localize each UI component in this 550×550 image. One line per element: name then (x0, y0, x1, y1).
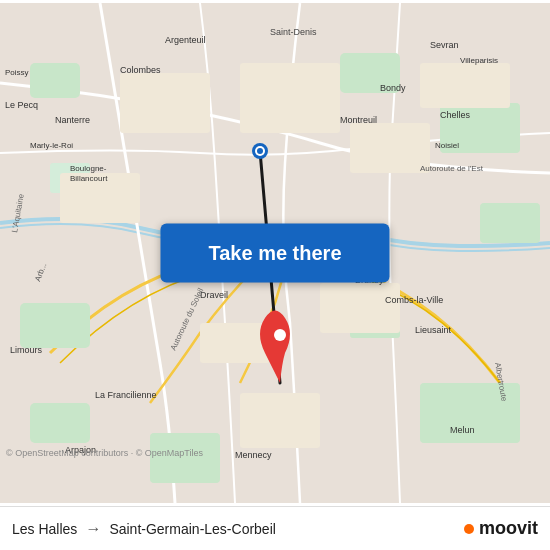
svg-text:Villeparisis: Villeparisis (460, 56, 498, 65)
take-me-there-button[interactable]: Take me there (160, 224, 389, 283)
logo-dot-icon (464, 524, 474, 534)
svg-text:Sevran: Sevran (430, 40, 459, 50)
logo-text: moovit (479, 518, 538, 539)
svg-text:Limours: Limours (10, 345, 43, 355)
svg-rect-11 (120, 73, 210, 133)
svg-rect-5 (480, 203, 540, 243)
svg-text:Le Pecq: Le Pecq (5, 100, 38, 110)
svg-text:Mennecy: Mennecy (235, 450, 272, 460)
svg-text:Melun: Melun (450, 425, 475, 435)
app: Argenteuil Colombes Saint-Denis Sevran V… (0, 0, 550, 550)
svg-text:Chelles: Chelles (440, 110, 471, 120)
svg-text:Noisiel: Noisiel (435, 141, 459, 150)
svg-text:Bondy: Bondy (380, 83, 406, 93)
moovit-logo: moovit (464, 518, 538, 539)
svg-text:Saint-Denis: Saint-Denis (270, 27, 317, 37)
svg-rect-12 (240, 63, 340, 133)
svg-rect-10 (150, 433, 220, 483)
copyright-text: © OpenStreetMap contributors · © OpenMap… (6, 448, 203, 458)
origin-label: Les Halles (12, 521, 77, 537)
svg-text:Marly-le-Roi: Marly-le-Roi (30, 141, 73, 150)
svg-point-52 (274, 329, 286, 341)
svg-text:Combs-la-Ville: Combs-la-Ville (385, 295, 443, 305)
map-container: Argenteuil Colombes Saint-Denis Sevran V… (0, 0, 550, 506)
svg-rect-9 (30, 403, 90, 443)
svg-rect-17 (200, 323, 270, 363)
svg-text:Argenteuil: Argenteuil (165, 35, 206, 45)
svg-text:Poissy: Poissy (5, 68, 29, 77)
svg-rect-2 (30, 63, 80, 98)
route-info: Les Halles → Saint-Germain-Les-Corbeil (12, 520, 276, 538)
svg-rect-14 (420, 63, 510, 108)
svg-text:Colombes: Colombes (120, 65, 161, 75)
destination-label: Saint-Germain-Les-Corbeil (109, 521, 276, 537)
svg-rect-7 (20, 303, 90, 348)
svg-point-51 (257, 148, 263, 154)
svg-text:Billancourt: Billancourt (70, 174, 108, 183)
footer: Les Halles → Saint-Germain-Les-Corbeil m… (0, 506, 550, 550)
svg-text:La Francilienne: La Francilienne (95, 390, 157, 400)
svg-rect-16 (320, 283, 400, 333)
svg-text:Montreuil: Montreuil (340, 115, 377, 125)
svg-text:Autoroute de l'Est: Autoroute de l'Est (420, 164, 484, 173)
svg-rect-13 (350, 123, 430, 173)
svg-text:Boulogne-: Boulogne- (70, 164, 107, 173)
svg-text:Nanterre: Nanterre (55, 115, 90, 125)
route-arrow: → (85, 520, 101, 538)
svg-rect-18 (240, 393, 320, 448)
svg-text:Lieusaint: Lieusaint (415, 325, 452, 335)
